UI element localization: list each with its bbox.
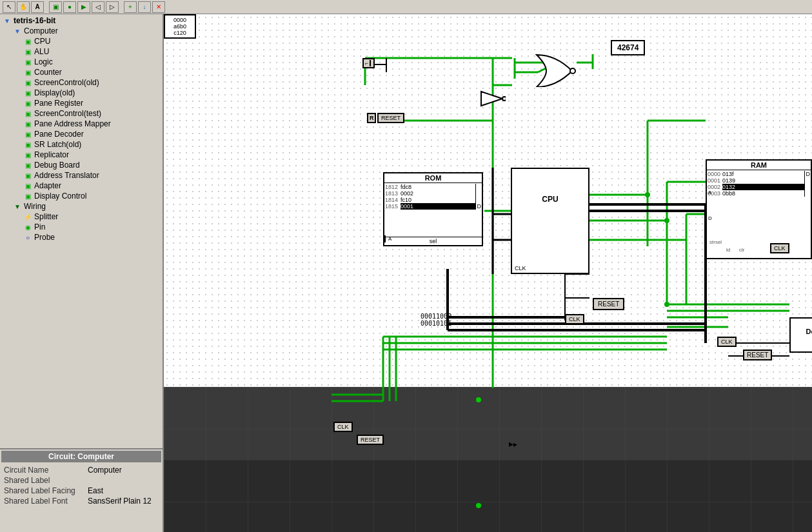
circuit-icon: ▣ bbox=[23, 78, 32, 87]
circuit-icon: ▣ bbox=[23, 181, 32, 190]
circuit-icon: ▣ bbox=[23, 109, 32, 118]
sidebar-label: Probe bbox=[34, 233, 55, 242]
sidebar-label: Display Control bbox=[34, 192, 86, 201]
svg-point-63 bbox=[570, 68, 575, 74]
prop-label: Shared Label Facing bbox=[4, 486, 88, 495]
sidebar-item-display[interactable]: ▣ Display(old) bbox=[22, 88, 161, 98]
sidebar-item-screencontrol-test[interactable]: ▣ ScreenControl(test) bbox=[22, 108, 161, 119]
sidebar-item-alu[interactable]: ▣ ALU bbox=[22, 46, 161, 57]
folder-icon: ▼ bbox=[13, 26, 22, 35]
properties-panel: Circuit: Computer Circuit Name Computer … bbox=[0, 448, 163, 532]
delete-btn[interactable]: ✕ bbox=[152, 1, 165, 13]
add-circuit-btn[interactable]: ▣ bbox=[49, 1, 62, 13]
sidebar-label: Splitter bbox=[34, 212, 58, 221]
sidebar-item-pane-addr[interactable]: ▣ Pane Address Mapper bbox=[22, 119, 161, 129]
sidebar-label: Computer bbox=[24, 26, 58, 35]
sidebar-item-counter[interactable]: ▣ Counter bbox=[22, 67, 161, 77]
sidebar-item-addr-translator[interactable]: ▣ Address Translator bbox=[22, 170, 161, 181]
circuit-icon: ▣ bbox=[23, 150, 32, 159]
sidebar-label: Display(old) bbox=[34, 88, 75, 97]
folder-icon: ▼ bbox=[13, 202, 22, 211]
pointer-tool[interactable]: ↖ bbox=[3, 1, 15, 13]
forward-btn[interactable]: ▷ bbox=[106, 1, 119, 13]
step-btn[interactable]: ▶ bbox=[77, 1, 90, 13]
folder-icon: ▼ bbox=[3, 16, 12, 25]
reset-btn-top[interactable]: R RESET bbox=[367, 113, 404, 123]
circuit-icon: ▣ bbox=[23, 161, 32, 170]
sidebar-item-adapter[interactable]: ▣ Adapter bbox=[22, 181, 161, 191]
sidebar-label: Debug Board bbox=[34, 161, 80, 170]
sidebar-label: ScreenControl(old) bbox=[34, 78, 99, 87]
prop-label: Shared Label bbox=[4, 476, 88, 485]
properties-title: Circuit: Computer bbox=[1, 451, 161, 462]
svg-point-41 bbox=[664, 302, 669, 307]
sidebar-item-logic[interactable]: ▣ Logic bbox=[22, 57, 161, 67]
sidebar-label: ScreenControl(test) bbox=[34, 109, 101, 118]
circuit-canvas[interactable]: 0000 a6b0 c120 42674 R RESET bbox=[164, 14, 812, 532]
circuit-icon: ▣ bbox=[23, 57, 32, 66]
circuit-icon: ▣ bbox=[23, 68, 32, 77]
sidebar-item-pin[interactable]: ◉ Pin bbox=[22, 222, 161, 232]
ram-box: RAM 0000000100020003 013f0139 0132 0bb8 … bbox=[706, 159, 812, 259]
bits-display: 00011000 00010101 bbox=[421, 313, 451, 327]
sidebar-item-pane-register[interactable]: ▣ Pane Register bbox=[22, 98, 161, 108]
sidebar-item-sr-latch[interactable]: ▣ SR Latch(old) bbox=[22, 139, 161, 150]
circuit-icon: ▣ bbox=[23, 171, 32, 180]
green-dot-1 bbox=[476, 397, 481, 402]
sidebar-root[interactable]: ▼ tetris-16-bit bbox=[1, 15, 161, 26]
reset-btn-cpu[interactable]: RESET bbox=[593, 298, 624, 310]
sidebar-label: Counter bbox=[34, 68, 62, 77]
prop-value: SansSerif Plain 12 bbox=[88, 497, 152, 506]
sidebar-item-replicator[interactable]: ▣ Replicator bbox=[22, 150, 161, 160]
value-display: 42674 bbox=[611, 40, 645, 55]
sidebar-item-wiring[interactable]: ▼ Wiring bbox=[12, 201, 161, 212]
sidebar-item-probe[interactable]: ○ Probe bbox=[22, 232, 161, 242]
prop-label-font: Shared Label Font SansSerif Plain 12 bbox=[1, 496, 161, 506]
main-area: ▼ tetris-16-bit ▼ Computer ▣ CPU ▣ ALU ▣… bbox=[0, 14, 812, 532]
clk-label-ram[interactable]: CLK bbox=[770, 243, 789, 253]
text-tool[interactable]: A bbox=[31, 1, 44, 13]
or-gate bbox=[530, 52, 582, 87]
circuit-icon: ▣ bbox=[23, 88, 32, 97]
circuit-icon: ▣ bbox=[23, 192, 32, 201]
reset-btn-debug[interactable]: RESET bbox=[743, 350, 772, 360]
canvas-area[interactable]: 0000 a6b0 c120 42674 R RESET bbox=[164, 14, 812, 532]
clk-label-debug[interactable]: CLK bbox=[717, 337, 737, 347]
sidebar-label: Logic bbox=[34, 57, 53, 66]
prop-label: Shared Label Font bbox=[4, 497, 88, 506]
sidebar-label: SR Latch(old) bbox=[34, 140, 81, 149]
rom-box: ROM 1812181318141815 fdc80002fc10 0001 D… bbox=[383, 172, 483, 246]
clk-input-top[interactable]: ⌐ bbox=[362, 58, 375, 68]
sidebar-item-screencontrol[interactable]: ▣ ScreenControl(old) bbox=[22, 77, 161, 88]
clk-label-cpu[interactable]: CLK bbox=[565, 314, 584, 324]
circuit-icon: ▣ bbox=[23, 37, 32, 46]
pin-icon: ◉ bbox=[23, 222, 32, 232]
sidebar-label: ALU bbox=[34, 47, 49, 56]
sidebar-label: Address Translator bbox=[34, 171, 99, 180]
clk-input-bottom[interactable]: CLK bbox=[333, 422, 353, 432]
rewind-btn[interactable]: ◁ bbox=[92, 1, 104, 13]
save-btn[interactable]: + bbox=[124, 1, 137, 13]
prop-shared-label: Shared Label bbox=[1, 475, 161, 486]
reset-input-bottom[interactable]: RESET bbox=[357, 435, 384, 445]
sidebar-item-debug-board[interactable]: ▣ Debug Board bbox=[22, 160, 161, 170]
load-btn[interactable]: ↓ bbox=[138, 1, 151, 13]
splitter-icon: ⚡ bbox=[23, 212, 32, 221]
sidebar-item-cpu[interactable]: ▣ CPU bbox=[22, 36, 161, 46]
sidebar: ▼ tetris-16-bit ▼ Computer ▣ CPU ▣ ALU ▣… bbox=[0, 14, 164, 532]
sidebar-label: Adapter bbox=[34, 181, 61, 190]
prop-value: Computer bbox=[88, 466, 122, 475]
svg-point-40 bbox=[664, 218, 669, 223]
circuit-icon: ▣ bbox=[23, 99, 32, 108]
hand-tool[interactable]: ✋ bbox=[17, 1, 30, 13]
sidebar-item-pane-decoder[interactable]: ▣ Pane Decoder bbox=[22, 129, 161, 139]
sidebar-item-display-control[interactable]: ▣ Display Control bbox=[22, 191, 161, 201]
probe-icon: ○ bbox=[23, 233, 32, 242]
sidebar-item-splitter[interactable]: ⚡ Splitter bbox=[22, 212, 161, 222]
circuit-icon: ▣ bbox=[23, 119, 32, 128]
counter-display: 0000 a6b0 c120 bbox=[164, 14, 196, 39]
prop-label: Circuit Name bbox=[4, 466, 88, 475]
green-dot-2 bbox=[476, 503, 481, 508]
run-btn[interactable]: ● bbox=[63, 1, 76, 13]
sidebar-item-computer[interactable]: ▼ Computer bbox=[12, 26, 161, 36]
